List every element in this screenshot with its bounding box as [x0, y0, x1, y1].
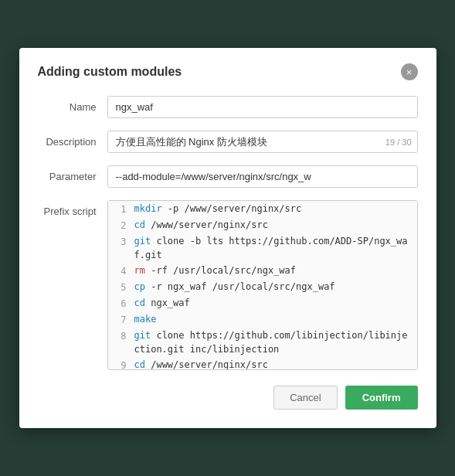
script-line: 9cd /www/server/nginx/src [108, 357, 417, 370]
name-input[interactable] [107, 96, 418, 118]
line-code: rm -rf /usr/local/src/ngx_waf [134, 264, 297, 277]
line-code: git clone https://github.com/libinjectio… [134, 328, 413, 356]
line-number: 7 [113, 312, 127, 327]
description-row: Description 19 / 30 [38, 131, 418, 153]
dialog-footer: Cancel Confirm [38, 386, 418, 410]
line-number: 9 [113, 358, 127, 370]
script-line: 3git clone -b lts https://github.com/ADD… [108, 233, 417, 263]
dialog-title: Adding custom modules [38, 65, 182, 79]
script-line: 7make [108, 311, 417, 328]
description-wrapper: 19 / 30 [107, 131, 418, 153]
name-row: Name [38, 96, 418, 118]
line-number: 8 [113, 328, 127, 343]
prefix-script-label: Prefix script [38, 200, 107, 217]
line-number: 2 [113, 218, 127, 233]
line-number: 4 [113, 264, 127, 278]
prefix-script-editor[interactable]: 1mkdir -p /www/server/nginx/src2cd /www/… [107, 200, 418, 370]
line-code: cp -r ngx_waf /usr/local/src/ngx_waf [134, 280, 335, 294]
script-line: 6cd ngx_waf [108, 295, 417, 311]
dialog: Adding custom modules × Name Description… [19, 48, 436, 428]
line-number: 6 [113, 296, 127, 311]
line-code: make [134, 312, 157, 326]
line-number: 3 [113, 234, 127, 249]
parameter-row: Parameter [38, 165, 418, 188]
line-code: cd ngx_waf [134, 296, 190, 310]
script-line: 4rm -rf /usr/local/src/ngx_waf [108, 263, 417, 279]
line-code: git clone -b lts https://github.com/ADD-… [134, 234, 413, 262]
script-line: 2cd /www/server/nginx/src [108, 217, 417, 233]
line-number: 1 [113, 202, 127, 216]
script-line: 1mkdir -p /www/server/nginx/src [108, 201, 417, 217]
prefix-script-row: Prefix script 1mkdir -p /www/server/ngin… [38, 200, 418, 370]
script-line: 8git clone https://github.com/libinjecti… [108, 328, 417, 357]
description-label: Description [38, 131, 107, 148]
dialog-header: Adding custom modules × [38, 63, 418, 80]
parameter-input[interactable] [107, 165, 418, 188]
name-label: Name [38, 96, 107, 113]
script-line: 5cp -r ngx_waf /usr/local/src/ngx_waf [108, 279, 417, 295]
cancel-button[interactable]: Cancel [273, 386, 337, 410]
line-code: cd /www/server/nginx/src [134, 218, 268, 232]
description-input[interactable] [107, 131, 418, 153]
confirm-button[interactable]: Confirm [345, 386, 418, 410]
line-code: cd /www/server/nginx/src [134, 358, 268, 370]
line-code: mkdir -p /www/server/nginx/src [134, 202, 302, 216]
line-number: 5 [113, 280, 127, 294]
close-button[interactable]: × [401, 63, 418, 80]
parameter-label: Parameter [38, 165, 107, 182]
char-count: 19 / 30 [385, 138, 412, 147]
